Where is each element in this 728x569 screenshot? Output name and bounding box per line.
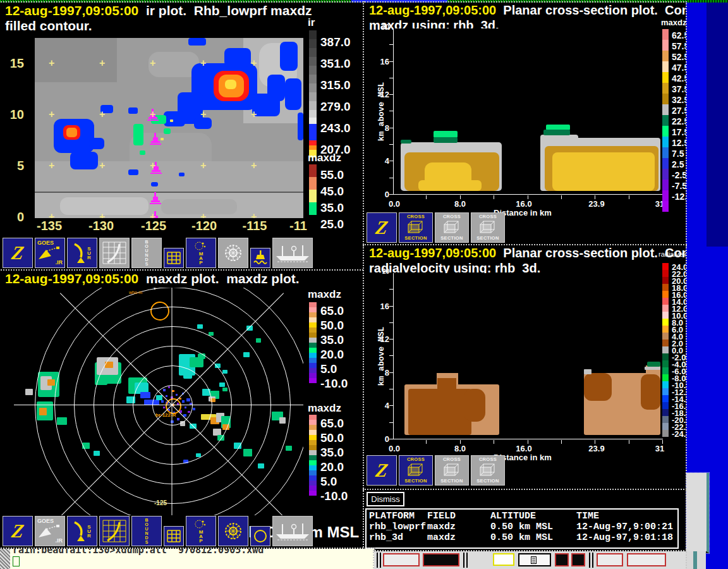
- cross-label: CROSS: [443, 214, 461, 219]
- map-button[interactable]: MAP: [186, 238, 216, 268]
- ir-satellite-plot-area[interactable]: ++++++++++++++++++++: [35, 38, 303, 218]
- ship-button[interactable]: [272, 516, 313, 546]
- ppi-radar-plot-area[interactable]: +: [0, 288, 303, 515]
- help-button[interactable]: [597, 553, 623, 566]
- xs1-y-axis: [393, 28, 394, 195]
- colorbar-segment: [662, 137, 669, 147]
- colorbar-segment: [309, 92, 317, 101]
- colorbar-segment: [662, 381, 669, 388]
- grid-overlay-button[interactable]: [164, 526, 184, 546]
- colorbar-segment: [309, 440, 317, 445]
- ir-title: 12-aug-1997,09:05:00 ir plot. Rhb_lowprf…: [5, 3, 312, 18]
- colorbar-segment: [309, 327, 317, 333]
- colorbar-segment: [309, 75, 317, 83]
- colorbar-segment: [662, 395, 669, 402]
- ppi-colorbar1: [309, 302, 317, 383]
- skip-value-input[interactable]: [493, 553, 514, 566]
- xs2-plot-area[interactable]: [393, 273, 663, 439]
- bounds-button[interactable]: BOUNDS: [131, 238, 162, 268]
- cross-label: CROSS: [479, 457, 497, 462]
- colorbar-segment: [309, 140, 317, 145]
- colorbar-segment: [662, 423, 669, 430]
- colorbar-tick-label: 55.0: [320, 167, 344, 183]
- colorbar-segment: [309, 190, 317, 202]
- status-cell: 12-Aug-97,9:01:18: [576, 532, 673, 543]
- xterm-scrollbar[interactable]: [0, 549, 10, 569]
- colorbar-tick-label: 35.0: [320, 445, 348, 460]
- buoy-button[interactable]: [250, 248, 270, 268]
- grid-overlay-button[interactable]: [164, 248, 184, 268]
- colorbar-tick-label: 387.0: [320, 32, 351, 53]
- xs2-y-axis: [393, 273, 394, 439]
- zebra-logo-button[interactable]: Z: [3, 238, 33, 268]
- map-button[interactable]: MAP: [186, 516, 216, 546]
- set-time-button[interactable]: [423, 553, 459, 566]
- status-header: TIME: [576, 511, 599, 522]
- colorbar-segment: [309, 333, 317, 338]
- colorbar-segment: [309, 420, 317, 425]
- xs1-ytick: 0: [372, 190, 389, 199]
- radar-grid-button[interactable]: [99, 238, 130, 268]
- radar-dish-icon: [73, 242, 86, 264]
- control-dismiss-button[interactable]: [627, 553, 666, 566]
- bounds-button[interactable]: BOUNDS: [131, 516, 162, 546]
- radar-grid-button[interactable]: [99, 516, 130, 546]
- cross-section-button-2[interactable]: CROSS SECTION: [435, 455, 469, 486]
- real-time-button[interactable]: [383, 553, 420, 566]
- scrollbar[interactable]: [686, 473, 709, 553]
- colorbar-segment: [662, 158, 669, 169]
- xs1-plot-area[interactable]: [393, 28, 663, 195]
- zebra-logo-button[interactable]: Z: [367, 455, 397, 486]
- status-dismiss-button[interactable]: Dismiss: [367, 492, 404, 506]
- ppi-colorbar2-ticks: 65.050.035.020.05.0-10.0: [320, 416, 348, 503]
- section-label: SECTION: [404, 236, 427, 241]
- colorbar-segment: [662, 367, 669, 374]
- grip-handle[interactable]: [463, 553, 468, 568]
- status-header: PLATFORM: [369, 511, 415, 522]
- colorbar-segment: [309, 177, 317, 190]
- ppi-center-annotation: br-122-R: [155, 412, 176, 418]
- step-back-button[interactable]: [555, 553, 569, 566]
- colorbar-segment: [309, 101, 317, 110]
- grip-handle[interactable]: [589, 553, 593, 568]
- surveillance-radar-button[interactable]: SUR: [67, 238, 97, 268]
- ship-button[interactable]: [272, 238, 313, 268]
- colorbar-segment: [309, 39, 317, 48]
- colorbar-tick-label: -12.5: [672, 192, 686, 202]
- ir-xtick: -115: [243, 219, 267, 233]
- surveillance-radar-button[interactable]: SUR: [67, 516, 97, 546]
- grid-cross-mark: +: [200, 109, 206, 120]
- step-forward-button[interactable]: [571, 553, 585, 566]
- status-cell: maxdz: [427, 532, 456, 543]
- goes-ir-button[interactable]: GOES .IR: [35, 238, 65, 268]
- cross-section-button-2[interactable]: CROSS SECTION: [435, 212, 469, 243]
- goes-ir-button[interactable]: GOES .IR: [35, 516, 65, 546]
- cross-section-button-active[interactable]: CROSS SECTION: [399, 455, 433, 486]
- xs1-colorbar-label: maxdz: [661, 18, 686, 27]
- xterm-window[interactable]: rain:beaufait:130>xdump.all 970812.0905.…: [0, 549, 374, 569]
- colorbar-tick-label: 35.0: [320, 200, 344, 216]
- cross-section-button-3[interactable]: CROSS SECTION: [471, 212, 505, 243]
- cross-section-button-3[interactable]: CROSS SECTION: [471, 455, 505, 486]
- grid-cross-mark: +: [200, 58, 206, 69]
- section-label: SECTION: [476, 236, 499, 241]
- hrs-button[interactable]: [518, 553, 551, 566]
- colorbar-segment: [309, 118, 317, 124]
- colorbar-segment: [662, 83, 669, 94]
- compass-button[interactable]: [218, 238, 248, 268]
- plot-blob: [418, 180, 482, 191]
- colorbar-segment: [309, 57, 317, 66]
- window-cross-section-radialvelocity: 12-aug-1997,09:05:00 Planar cross-sectio…: [364, 245, 686, 490]
- plot-blob: [267, 75, 285, 101]
- ir-colorbar-ticks: 387.0351.0315.0279.0243.0207.0: [320, 32, 351, 161]
- cross-section-button-active[interactable]: CROSS SECTION: [399, 212, 433, 243]
- map-label: MAP: [199, 530, 203, 543]
- zebra-logo-button[interactable]: Z: [3, 516, 33, 546]
- compass-button[interactable]: [218, 516, 248, 546]
- colorbar-segment: [662, 402, 669, 409]
- colorbar-segment: [662, 270, 669, 277]
- colorbar-segment: [662, 104, 669, 115]
- zebra-logo-button[interactable]: Z: [367, 212, 397, 243]
- grip-handle[interactable]: [377, 553, 381, 568]
- circle-tool-button[interactable]: [250, 526, 270, 546]
